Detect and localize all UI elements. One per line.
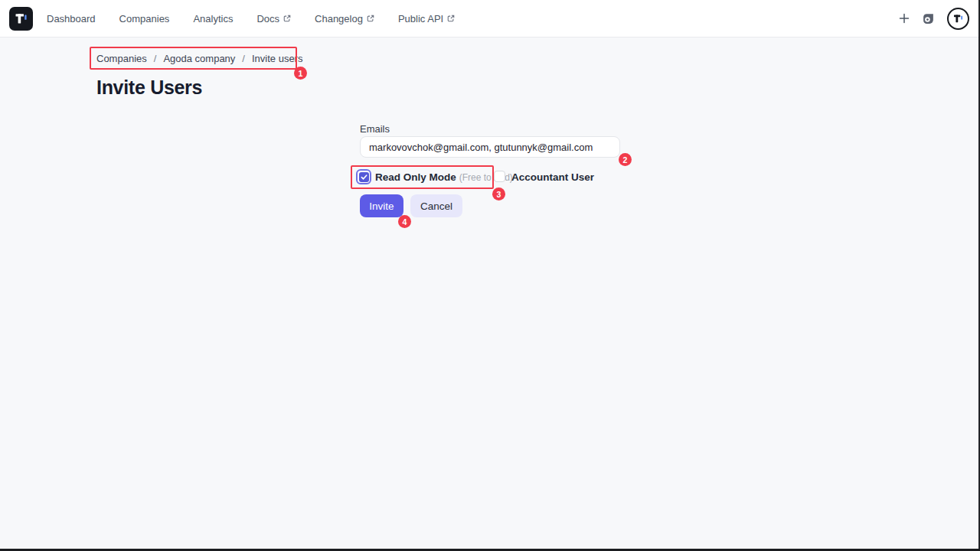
external-link-icon [283,15,291,22]
external-link-icon [367,15,374,22]
nav-item-label: Analytics [193,13,233,24]
nav-item-label: Companies [119,13,170,24]
cancel-button[interactable]: Cancel [410,194,462,217]
nav-item-public-api[interactable]: Public API [398,13,455,24]
nav-item-dashboard[interactable]: Dashboard [47,13,96,24]
read-only-mode-text: Read Only Mode [375,171,456,183]
nav-item-companies[interactable]: Companies [119,13,170,24]
nav-item-label: Docs [256,13,279,24]
header-actions [899,8,969,30]
support-button[interactable] [922,12,935,25]
avatar-brand-icon [952,13,964,24]
breadcrumb-separator: / [242,53,245,64]
nav-item-analytics[interactable]: Analytics [193,13,233,24]
top-navbar: Dashboard Companies Analytics Docs Chang… [0,0,980,37]
nav-item-label: Dashboard [47,13,96,24]
accountant-user-checkbox[interactable] [494,171,505,182]
checkbox-checked-fill [359,172,369,182]
add-button[interactable] [899,13,910,24]
account-avatar[interactable] [947,8,969,30]
emails-input[interactable] [360,136,620,158]
nav-item-docs[interactable]: Docs [256,13,291,24]
annotation-badge-2: 2 [619,153,632,166]
breadcrumb: Companies / Agoda company / Invite users [96,53,302,64]
invite-button[interactable]: Invite [360,194,403,217]
annotation-badge-3: 3 [492,187,505,201]
support-icon [922,12,935,25]
plus-icon [899,13,910,24]
read-only-mode-checkbox[interactable] [356,169,371,184]
annotation-badge-4: 4 [398,215,411,228]
annotation-badge-1: 1 [294,67,307,80]
breadcrumb-item-companies[interactable]: Companies [96,53,147,64]
app-window: Dashboard Companies Analytics Docs Chang… [0,0,980,551]
brand-logo-icon [14,11,28,26]
read-only-mode-label[interactable]: Read Only Mode(Free to Add) [375,171,513,183]
emails-label: Emails [360,123,390,135]
check-icon [361,174,368,181]
breadcrumb-item-agoda-company[interactable]: Agoda company [163,53,235,64]
accountant-user-text: Accountant User [511,171,594,183]
main-nav: Dashboard Companies Analytics Docs Chang… [47,13,455,24]
nav-item-changelog[interactable]: Changelog [315,13,374,24]
external-link-icon [447,15,455,22]
accountant-user-label[interactable]: Accountant User [511,171,594,183]
brand-logo[interactable] [9,7,33,31]
nav-item-label: Public API [398,13,443,24]
breadcrumb-separator: / [154,53,157,64]
nav-item-label: Changelog [315,13,363,24]
page-title: Invite Users [96,77,202,99]
breadcrumb-item-invite-users[interactable]: Invite users [252,53,302,64]
